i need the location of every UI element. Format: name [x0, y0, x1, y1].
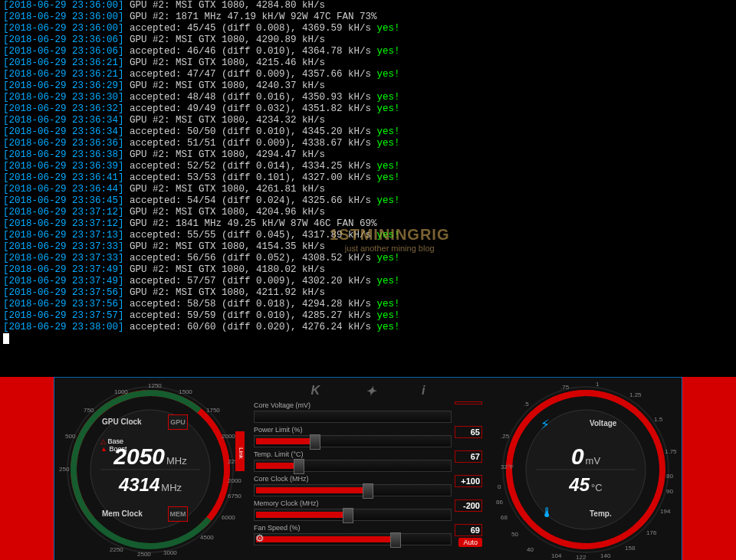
mem-icon[interactable]: MEM	[168, 506, 188, 522]
gutter-left	[0, 377, 54, 560]
power-limit-value[interactable]: 65	[455, 426, 482, 438]
gpu-clock-value: 2050MHz	[113, 444, 186, 470]
tab-k-icon[interactable]: K	[310, 384, 320, 398]
temp-label: Temp.	[590, 509, 612, 518]
core-voltage-slider[interactable]	[254, 411, 452, 423]
mem-clock-value: 4314MHz	[113, 474, 186, 496]
bolt-icon: ⚡	[540, 414, 550, 434]
voltage-temp-gauge: ⚡ Voltage 0mV 45°C 🌡 Temp. 32°F .25 .5 .…	[490, 378, 682, 560]
temp-limit-slider[interactable]	[254, 460, 452, 472]
gpu-icon[interactable]: GPU	[168, 414, 188, 430]
temp-limit-row: Temp. Limit (°C) 67	[254, 450, 482, 472]
power-limit-row: Power Limit (%) 65	[254, 426, 482, 447]
terminal-output: [2018-06-29 23:36:00] GPU #2: MSI GTX 10…	[0, 0, 736, 377]
temp-limit-value[interactable]: 67	[455, 450, 482, 463]
core-clock-slider[interactable]	[254, 484, 452, 496]
core-voltage-value[interactable]	[455, 401, 482, 404]
voltage-label: Voltage	[590, 419, 616, 427]
afterburner-panel: GPU Clock GPU △ Base ▲ Boost 2050MHz 431…	[0, 377, 736, 560]
core-clock-row: Core Clock (MHz) +100	[254, 475, 482, 496]
core-voltage-row: Core Voltage (mV)	[254, 401, 482, 423]
gutter-right	[682, 377, 736, 560]
tab-info-icon[interactable]: i	[422, 384, 425, 398]
memory-clock-value[interactable]: -200	[455, 499, 482, 512]
mem-clock-label: Mem Clock	[102, 509, 143, 518]
tab-icons: K ✦ i	[254, 384, 482, 398]
fan-auto-button[interactable]: Auto	[458, 538, 482, 547]
temp-value: 45°C	[569, 474, 602, 496]
gpu-clock-label: GPU Clock	[102, 418, 142, 426]
link-button[interactable]: Link	[235, 431, 245, 471]
power-limit-slider[interactable]	[254, 435, 452, 447]
core-clock-value[interactable]: +100	[455, 475, 482, 487]
memory-clock-slider[interactable]	[254, 509, 452, 521]
gear-icon[interactable]: ⚙	[255, 532, 264, 544]
memory-clock-row: Memory Clock (MHz) -200	[254, 499, 482, 521]
fan-speed-row: Fan Speed (%) 69 ⚙ Auto	[254, 524, 482, 545]
slider-panel: K ✦ i Link Core Voltage (mV) Power Limit…	[246, 378, 490, 560]
fan-speed-value[interactable]: 69	[455, 524, 482, 536]
tab-monitor-icon[interactable]: ✦	[366, 384, 376, 398]
gpu-clock-gauge: GPU Clock GPU △ Base ▲ Boost 2050MHz 431…	[54, 378, 246, 560]
fan-speed-slider[interactable]	[254, 533, 452, 545]
voltage-value: 0mV	[569, 444, 602, 470]
thermometer-icon: 🌡	[540, 505, 554, 521]
